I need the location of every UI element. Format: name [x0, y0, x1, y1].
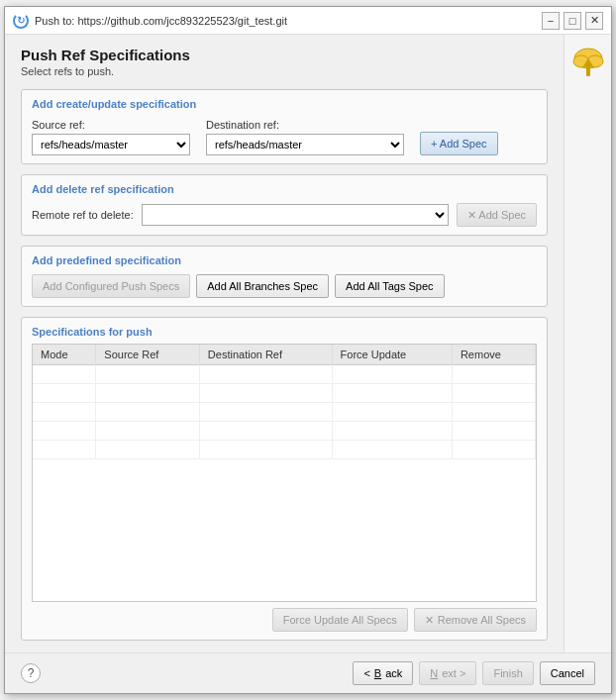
page-title: Push Ref Specifications	[21, 47, 548, 63]
source-ref-select[interactable]: refs/heads/master	[32, 134, 190, 155]
source-ref-label: Source ref:	[32, 119, 190, 131]
cloud-svg	[571, 45, 605, 80]
footer-left: ?	[21, 663, 41, 683]
table-row	[33, 365, 536, 384]
main-panel: Push Ref Specifications Select refs to p…	[5, 35, 564, 652]
create-update-title: Add create/update specification	[32, 98, 537, 110]
footer-buttons: < Back Next > Finish Cancel	[353, 661, 595, 685]
content-area: Push Ref Specifications Select refs to p…	[5, 35, 611, 652]
remote-ref-label: Remote ref to delete:	[32, 209, 134, 221]
table-row	[33, 422, 536, 441]
col-source-ref: Source Ref	[96, 345, 199, 365]
footer: ? < Back Next > Finish Cancel	[5, 652, 611, 693]
create-update-section: Add create/update specification Source r…	[21, 89, 548, 164]
side-icon-panel	[564, 35, 611, 652]
specs-table-container: Mode Source Ref Destination Ref Force Up…	[32, 344, 537, 602]
specs-section: Specifications for push Mode Source Ref …	[21, 317, 548, 641]
delete-section-title: Add delete ref specification	[32, 183, 537, 195]
table-header-row: Mode Source Ref Destination Ref Force Up…	[33, 345, 536, 365]
specs-table-body	[33, 365, 536, 459]
minimize-button[interactable]: −	[542, 12, 560, 30]
destination-ref-select[interactable]: refs/heads/master	[206, 134, 404, 155]
col-remove: Remove	[452, 345, 535, 365]
app-icon: ↻	[13, 13, 29, 29]
window-title: Push to: https://github.com/jcc893225523…	[35, 15, 287, 27]
add-all-tags-spec-button[interactable]: Add All Tags Spec	[335, 274, 444, 298]
destination-ref-label: Destination ref:	[206, 119, 404, 131]
page-subtitle: Select refs to push.	[21, 65, 548, 77]
table-row	[33, 384, 536, 403]
force-update-all-specs-button[interactable]: Force Update All Specs	[272, 608, 408, 632]
remove-all-label: Remove All Specs	[438, 614, 526, 626]
finish-button[interactable]: Finish	[482, 661, 533, 685]
cloud-upload-icon	[570, 45, 606, 80]
predefined-title: Add predefined specification	[32, 254, 537, 266]
maximize-button[interactable]: □	[564, 12, 581, 30]
specs-title: Specifications for push	[32, 326, 537, 338]
cancel-button[interactable]: Cancel	[540, 661, 595, 685]
remote-ref-select[interactable]	[142, 204, 449, 226]
add-configured-push-specs-button[interactable]: Add Configured Push Specs	[32, 274, 190, 298]
back-underline: B	[374, 667, 381, 679]
source-ref-group: Source ref: refs/heads/master	[32, 119, 190, 155]
title-bar-controls: − □ ✕	[542, 12, 603, 30]
table-row	[33, 441, 536, 459]
next-underline: N	[430, 667, 438, 679]
remove-all-icon: ✕	[425, 614, 434, 627]
title-bar: ↻ Push to: https://github.com/jcc8932255…	[5, 7, 611, 35]
delete-section: Add delete ref specification Remote ref …	[21, 174, 548, 236]
help-button[interactable]: ?	[21, 663, 41, 683]
add-all-branches-spec-button[interactable]: Add All Branches Spec	[196, 274, 329, 298]
add-spec-button[interactable]: + Add Spec	[420, 132, 498, 155]
main-window: ↻ Push to: https://github.com/jcc8932255…	[4, 6, 612, 694]
destination-ref-group: Destination ref: refs/heads/master	[206, 119, 404, 155]
table-row	[33, 403, 536, 422]
col-destination-ref: Destination Ref	[199, 345, 332, 365]
back-button[interactable]: < Back	[353, 661, 413, 685]
predefined-buttons: Add Configured Push Specs Add All Branch…	[32, 274, 537, 298]
add-spec-delete-button[interactable]: ✕ Add Spec	[457, 203, 537, 227]
specs-table: Mode Source Ref Destination Ref Force Up…	[33, 345, 536, 459]
col-mode: Mode	[33, 345, 96, 365]
title-bar-left: ↻ Push to: https://github.com/jcc8932255…	[13, 13, 287, 29]
col-force-update: Force Update	[332, 345, 452, 365]
remove-all-specs-button[interactable]: ✕ Remove All Specs	[414, 608, 537, 632]
predefined-section: Add predefined specification Add Configu…	[21, 246, 548, 307]
next-button[interactable]: Next >	[419, 661, 476, 685]
table-actions: Force Update All Specs ✕ Remove All Spec…	[32, 608, 537, 632]
delete-form-row: Remote ref to delete: ✕ Add Spec	[32, 203, 537, 227]
close-button[interactable]: ✕	[585, 12, 603, 30]
create-update-form: Source ref: refs/heads/master Destinatio…	[32, 118, 537, 155]
